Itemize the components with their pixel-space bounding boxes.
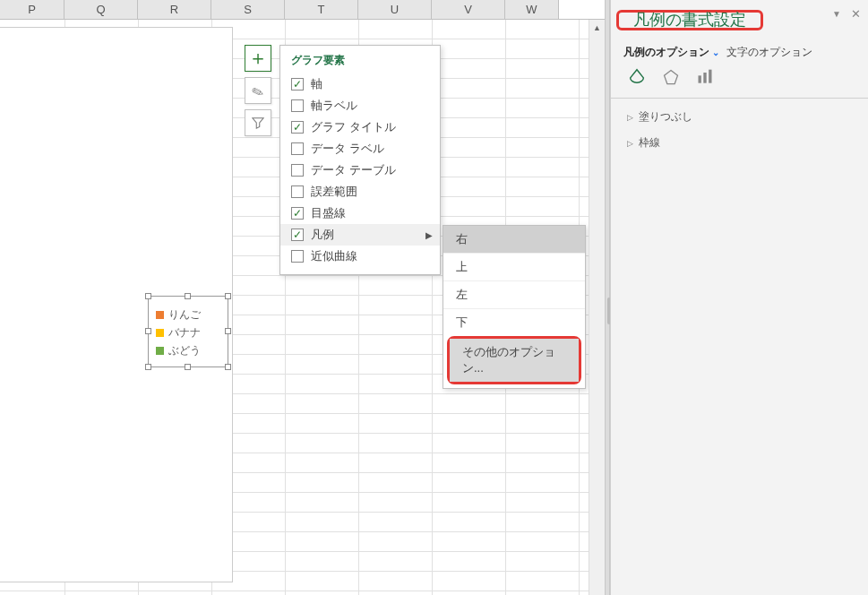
svg-rect-3 — [709, 70, 711, 83]
flyout-item-legend[interactable]: 凡例▶ — [280, 224, 440, 246]
flyout-item-chart-title[interactable]: グラフ タイトル — [280, 116, 440, 138]
col-header[interactable]: U — [358, 0, 432, 19]
checkbox-icon[interactable] — [291, 229, 304, 241]
plus-icon: ＋ — [248, 45, 268, 72]
accordion-border[interactable]: ▷枠線 — [611, 130, 868, 156]
funnel-icon — [252, 116, 264, 129]
flyout-item-axis[interactable]: 軸 — [280, 73, 440, 95]
col-header[interactable]: V — [432, 0, 505, 19]
flyout-item-error-bars[interactable]: 誤差範囲 — [280, 181, 440, 203]
paintbrush-icon — [250, 81, 267, 100]
effects-category-icon[interactable] — [661, 67, 681, 87]
chart-legend-selected[interactable]: りんご バナナ ぶどう — [148, 296, 228, 367]
flyout-item-data-table[interactable]: データ テーブル — [280, 160, 440, 181]
flyout-item-data-label[interactable]: データ ラベル — [280, 138, 440, 160]
format-legend-pane: ▼ ✕ 凡例の書式設定 凡例のオプション⌄ 文字のオプション ▷塗りつぶし ▷枠… — [610, 0, 868, 595]
pane-tab-text-options[interactable]: 文字のオプション — [726, 45, 812, 60]
chart-styles-button[interactable] — [245, 77, 271, 104]
resize-handle[interactable] — [145, 364, 151, 370]
legend-label: りんご — [168, 306, 201, 323]
legend-position-submenu: 右 上 左 下 その他のオプション... — [443, 225, 586, 389]
chart-fab-column: ＋ — [245, 45, 271, 136]
scroll-up-icon[interactable]: ▲ — [589, 20, 605, 36]
submenu-item-top[interactable]: 上 — [443, 253, 585, 280]
legend-label: バナナ — [168, 323, 201, 341]
submenu-item-right[interactable]: 右 — [443, 226, 585, 253]
triangle-right-icon: ▷ — [627, 113, 633, 122]
accordion-fill[interactable]: ▷塗りつぶし — [611, 104, 868, 130]
col-header[interactable]: W — [505, 0, 559, 19]
column-headers: P Q R S T U V W — [0, 0, 605, 20]
fill-line-category-icon[interactable] — [627, 67, 647, 87]
checkbox-icon[interactable] — [291, 99, 304, 112]
close-pane-icon[interactable]: ✕ — [851, 7, 861, 21]
resize-handle[interactable] — [185, 364, 191, 370]
legend-entry[interactable]: バナナ — [156, 323, 220, 341]
chart-filter-button[interactable] — [245, 109, 271, 136]
pane-title: 凡例の書式設定 — [623, 4, 757, 34]
chevron-down-icon: ⌄ — [712, 47, 719, 57]
checkbox-icon[interactable] — [291, 164, 304, 177]
checkbox-icon[interactable] — [291, 185, 304, 198]
resize-handle[interactable] — [145, 293, 151, 299]
svg-marker-0 — [665, 71, 678, 84]
legend-swatch-icon — [156, 311, 164, 319]
col-header[interactable]: Q — [64, 0, 138, 19]
checkbox-icon[interactable] — [291, 78, 304, 91]
legend-entry[interactable]: りんご — [156, 306, 220, 323]
pane-tabs: 凡例のオプション⌄ 文字のオプション — [611, 38, 868, 67]
resize-handle[interactable] — [225, 364, 231, 370]
col-header[interactable]: R — [138, 0, 211, 19]
resize-handle[interactable] — [225, 293, 231, 299]
legend-label: ぶどう — [168, 341, 201, 359]
pane-options-dropdown-icon[interactable]: ▼ — [832, 9, 841, 19]
flyout-item-axis-label[interactable]: 軸ラベル — [280, 95, 440, 116]
col-header[interactable]: S — [211, 0, 285, 19]
pane-category-icons — [611, 67, 868, 98]
col-header[interactable]: T — [285, 0, 358, 19]
resize-handle[interactable] — [185, 293, 191, 299]
checkbox-icon[interactable] — [291, 207, 304, 220]
svg-rect-1 — [699, 75, 701, 82]
pane-tab-legend-options[interactable]: 凡例のオプション⌄ — [623, 45, 719, 60]
checkbox-icon[interactable] — [291, 142, 304, 155]
submenu-item-bottom[interactable]: 下 — [443, 308, 585, 336]
legend-swatch-icon — [156, 347, 164, 355]
flyout-title: グラフ要素 — [280, 51, 440, 73]
flyout-item-trendline[interactable]: 近似曲線 — [280, 246, 440, 267]
chart-elements-button[interactable]: ＋ — [245, 45, 271, 72]
triangle-right-icon: ▷ — [627, 139, 633, 148]
svg-rect-2 — [703, 73, 706, 83]
resize-handle[interactable] — [145, 328, 151, 334]
legend-swatch-icon — [156, 329, 164, 337]
checkbox-icon[interactable] — [291, 121, 304, 134]
col-header[interactable]: P — [0, 0, 64, 19]
submenu-arrow-icon: ▶ — [425, 230, 433, 240]
vertical-scrollbar[interactable]: ▲ — [589, 20, 605, 595]
size-properties-category-icon[interactable] — [695, 67, 715, 87]
submenu-item-more-options[interactable]: その他のオプション... — [450, 339, 579, 382]
chart-elements-flyout: グラフ要素 軸 軸ラベル グラフ タイトル データ ラベル データ テーブル 誤… — [279, 45, 441, 275]
resize-handle[interactable] — [225, 328, 231, 334]
worksheet-grid[interactable]: P Q R S T U V W 4月 — [0, 0, 605, 595]
submenu-item-left[interactable]: 左 — [443, 280, 585, 308]
checkbox-icon[interactable] — [291, 250, 304, 263]
flyout-item-gridlines[interactable]: 目盛線 — [280, 203, 440, 224]
legend-entry[interactable]: ぶどう — [156, 341, 220, 359]
